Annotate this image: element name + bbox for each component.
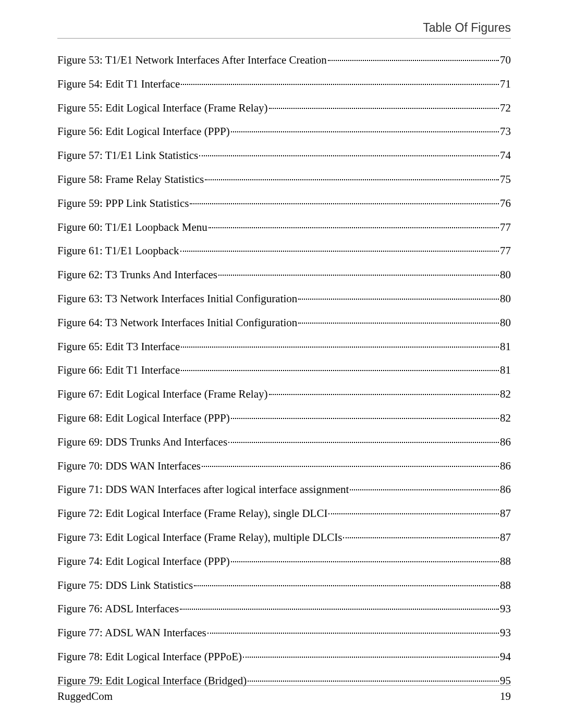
toc-entry: Figure 68: Edit Logical Interface (PPP)8… bbox=[57, 411, 511, 425]
toc-leader-dots bbox=[269, 108, 499, 109]
toc-entry-page: 77 bbox=[500, 244, 511, 258]
toc-entry: Figure 66: Edit T1 Interface81 bbox=[57, 363, 511, 377]
toc-entry-page: 76 bbox=[500, 196, 511, 211]
toc-leader-dots bbox=[202, 466, 499, 467]
toc-leader-dots bbox=[181, 347, 499, 348]
toc-entry-page: 81 bbox=[500, 340, 511, 354]
toc-entry: Figure 58: Frame Relay Statistics75 bbox=[57, 172, 511, 187]
toc-leader-dots bbox=[207, 633, 499, 634]
toc-entry-label: Figure 62: T3 Trunks And Interfaces bbox=[57, 268, 217, 282]
toc-leader-dots bbox=[248, 681, 499, 682]
toc-entry: Figure 73: Edit Logical Interface (Frame… bbox=[57, 530, 511, 545]
toc-entry: Figure 71: DDS WAN Interfaces after logi… bbox=[57, 483, 511, 497]
toc-entry-page: 80 bbox=[500, 316, 511, 330]
toc-entry-page: 77 bbox=[500, 220, 511, 235]
toc-leader-dots bbox=[231, 131, 499, 132]
toc-entry: Figure 60: T1/E1 Loopback Menu77 bbox=[57, 220, 511, 235]
toc-entry-page: 71 bbox=[500, 77, 511, 91]
toc-entry-page: 80 bbox=[500, 268, 511, 282]
toc-leader-dots bbox=[328, 513, 499, 514]
toc-entry-label: Figure 63: T3 Network Interfaces Initial… bbox=[57, 292, 297, 306]
toc-entry-page: 93 bbox=[500, 602, 511, 616]
toc-entry: Figure 74: Edit Logical Interface (PPP)8… bbox=[57, 554, 511, 569]
toc-leader-dots bbox=[181, 84, 499, 85]
toc-leader-dots bbox=[180, 609, 499, 610]
toc-entry: Figure 64: T3 Network Interfaces Initial… bbox=[57, 316, 511, 330]
toc-entry: Figure 63: T3 Network Interfaces Initial… bbox=[57, 292, 511, 306]
toc-entry-label: Figure 58: Frame Relay Statistics bbox=[57, 172, 204, 187]
toc-entry-page: 82 bbox=[500, 411, 511, 425]
toc-leader-dots bbox=[218, 275, 499, 276]
toc-leader-dots bbox=[328, 60, 499, 61]
toc-entry-label: Figure 77: ADSL WAN Interfaces bbox=[57, 626, 206, 640]
toc-leader-dots bbox=[190, 203, 499, 204]
toc-leader-dots bbox=[298, 299, 499, 300]
toc-entry-label: Figure 53: T1/E1 Network Interfaces Afte… bbox=[57, 53, 327, 67]
toc-leader-dots bbox=[228, 442, 499, 443]
toc-leader-dots bbox=[205, 179, 499, 180]
toc-entry: Figure 53: T1/E1 Network Interfaces Afte… bbox=[57, 53, 511, 67]
toc-entry-page: 70 bbox=[500, 53, 511, 67]
table-of-figures-list: Figure 53: T1/E1 Network Interfaces Afte… bbox=[57, 53, 511, 688]
toc-entry-label: Figure 61: T1/E1 Loopback bbox=[57, 244, 179, 258]
toc-entry: Figure 65: Edit T3 Interface81 bbox=[57, 340, 511, 354]
toc-leader-dots bbox=[199, 155, 499, 156]
toc-entry-page: 81 bbox=[500, 363, 511, 377]
toc-entry-page: 88 bbox=[500, 554, 511, 569]
toc-entry: Figure 57: T1/E1 Link Statistics74 bbox=[57, 149, 511, 163]
toc-entry-label: Figure 75: DDS Link Statistics bbox=[57, 578, 193, 593]
toc-entry-page: 87 bbox=[500, 507, 511, 521]
toc-entry-page: 86 bbox=[500, 483, 511, 497]
toc-entry: Figure 75: DDS Link Statistics88 bbox=[57, 578, 511, 593]
toc-entry-label: Figure 59: PPP Link Statistics bbox=[57, 196, 189, 211]
toc-entry-label: Figure 68: Edit Logical Interface (PPP) bbox=[57, 411, 230, 425]
toc-entry-page: 80 bbox=[500, 292, 511, 306]
toc-entry-label: Figure 67: Edit Logical Interface (Frame… bbox=[57, 387, 268, 401]
toc-entry-label: Figure 70: DDS WAN Interfaces bbox=[57, 459, 201, 473]
footer-company: RuggedCom bbox=[57, 690, 113, 703]
toc-entry-label: Figure 57: T1/E1 Link Statistics bbox=[57, 149, 198, 163]
toc-leader-dots bbox=[350, 489, 499, 490]
toc-entry: Figure 77: ADSL WAN Interfaces93 bbox=[57, 626, 511, 640]
toc-entry-label: Figure 66: Edit T1 Interface bbox=[57, 363, 180, 377]
toc-leader-dots bbox=[181, 370, 499, 371]
toc-entry: Figure 62: T3 Trunks And Interfaces80 bbox=[57, 268, 511, 282]
toc-leader-dots bbox=[298, 323, 499, 324]
toc-entry-page: 72 bbox=[500, 101, 511, 115]
header-title: Table Of Figures bbox=[423, 21, 511, 34]
toc-entry-label: Figure 55: Edit Logical Interface (Frame… bbox=[57, 101, 268, 115]
toc-leader-dots bbox=[209, 227, 499, 228]
page-footer: RuggedCom 19 bbox=[57, 685, 511, 703]
footer-page-number: 19 bbox=[500, 690, 511, 703]
toc-entry: Figure 61: T1/E1 Loopback77 bbox=[57, 244, 511, 258]
toc-entry-page: 73 bbox=[500, 125, 511, 139]
toc-entry-label: Figure 60: T1/E1 Loopback Menu bbox=[57, 220, 207, 235]
toc-entry-label: Figure 71: DDS WAN Interfaces after logi… bbox=[57, 483, 349, 497]
toc-entry-page: 86 bbox=[500, 435, 511, 449]
toc-entry: Figure 76: ADSL Interfaces93 bbox=[57, 602, 511, 616]
toc-leader-dots bbox=[180, 251, 499, 252]
toc-entry: Figure 54: Edit T1 Interface71 bbox=[57, 77, 511, 91]
toc-entry: Figure 55: Edit Logical Interface (Frame… bbox=[57, 101, 511, 115]
toc-leader-dots bbox=[194, 585, 499, 586]
toc-leader-dots bbox=[343, 537, 499, 538]
toc-entry: Figure 59: PPP Link Statistics76 bbox=[57, 196, 511, 211]
toc-entry-page: 75 bbox=[500, 172, 511, 187]
toc-entry: Figure 69: DDS Trunks And Interfaces86 bbox=[57, 435, 511, 449]
toc-entry-label: Figure 69: DDS Trunks And Interfaces bbox=[57, 435, 227, 449]
toc-entry-label: Figure 76: ADSL Interfaces bbox=[57, 602, 179, 616]
toc-entry-page: 74 bbox=[500, 149, 511, 163]
toc-entry-label: Figure 54: Edit T1 Interface bbox=[57, 77, 180, 91]
page-header: Table Of Figures bbox=[57, 21, 511, 39]
toc-entry-label: Figure 56: Edit Logical Interface (PPP) bbox=[57, 125, 230, 139]
toc-entry-label: Figure 65: Edit T3 Interface bbox=[57, 340, 180, 354]
toc-entry-label: Figure 73: Edit Logical Interface (Frame… bbox=[57, 530, 342, 545]
toc-entry-label: Figure 74: Edit Logical Interface (PPP) bbox=[57, 554, 230, 569]
toc-entry: Figure 70: DDS WAN Interfaces86 bbox=[57, 459, 511, 473]
toc-leader-dots bbox=[231, 418, 499, 419]
toc-entry-page: 82 bbox=[500, 387, 511, 401]
toc-leader-dots bbox=[269, 394, 499, 395]
toc-entry-label: Figure 64: T3 Network Interfaces Initial… bbox=[57, 316, 297, 330]
toc-leader-dots bbox=[243, 657, 499, 658]
toc-entry: Figure 67: Edit Logical Interface (Frame… bbox=[57, 387, 511, 401]
